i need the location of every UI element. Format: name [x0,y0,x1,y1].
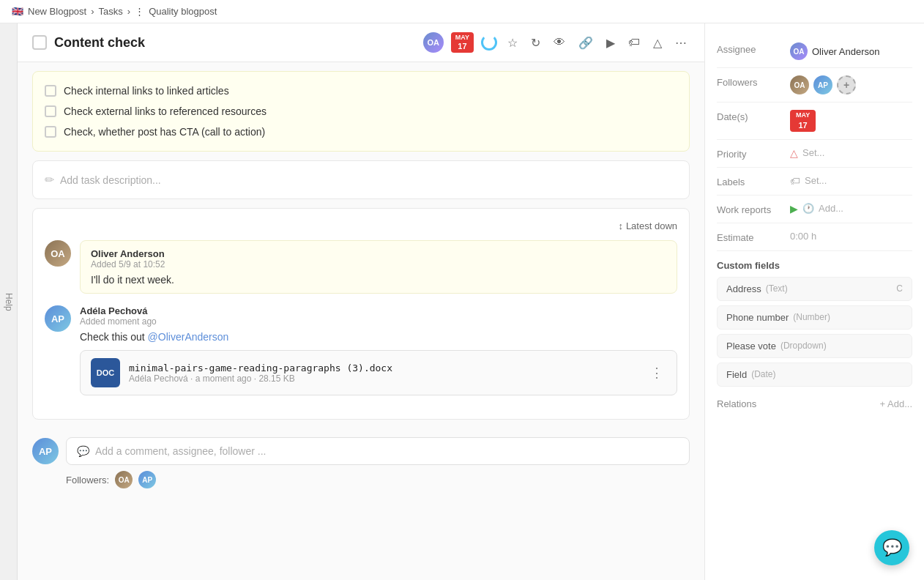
checklist-checkbox-1[interactable] [45,85,56,97]
add-follower-button[interactable]: + [837,75,856,94]
followers-value: OA AP + [790,75,912,94]
refresh-button[interactable]: ↻ [528,34,543,51]
add-comment-area: AP 💬 Add a comment, assignee, follower .… [18,428,704,500]
tag-button[interactable]: 🏷 [625,34,643,51]
page-title: Content check [54,35,416,51]
help-panel[interactable]: Help [0,23,18,580]
custom-field-name: Address [726,283,761,294]
task-checkbox[interactable] [32,35,47,50]
avatar: AP [45,305,71,332]
follower-avatar: OA [115,471,133,488]
assignee-row: Assignee OA Oliver Anderson [717,35,912,68]
fab-icon: 💬 [882,538,902,557]
date-badge: May 17 [790,110,816,132]
labels-icon: 🏷 [790,175,800,187]
status-circle [481,34,497,51]
comment-bubble: Adéla Pechová Added moment ago Check thi… [80,305,677,395]
follower-avatar: AP [138,471,156,488]
custom-field-shortcut: C [896,283,903,294]
custom-field-name: Phone number [726,312,789,323]
comment-item: OA Oliver Anderson Added 5/9 at 10:52 I'… [45,240,677,294]
custom-field-date[interactable]: Field (Date) [717,362,912,387]
comments-section: ↕ Latest down OA Oliver Anderson Added 5… [32,208,690,420]
checklist-checkbox-2[interactable] [45,105,56,117]
custom-field-type: (Dropdown) [780,341,827,351]
add-relation-button[interactable]: + Add... [880,398,912,409]
comment-author: Adéla Pechová [80,305,677,316]
sort-comments-button[interactable]: ↕ Latest down [618,220,677,231]
labels-label: Labels [717,175,783,187]
right-sidebar: Assignee OA Oliver Anderson Followers OA… [704,23,924,580]
breadcrumb-dots[interactable]: ⋮ [135,6,144,17]
comment-text: Check this out @OliverAnderson [80,331,677,343]
comments-header: ↕ Latest down [45,220,677,231]
follower-avatar: OA [790,75,809,94]
content-area: Content check OA May 17 ☆ ↻ 👁 🔗 ▶ 🏷 △ ⋯ [18,23,704,580]
breadcrumb-page[interactable]: Quality blogpost [149,6,217,17]
add-work-report-button[interactable]: Add... [819,203,843,214]
description-placeholder[interactable]: ✏ Add task description... [45,173,677,187]
breadcrumb-section[interactable]: Tasks [99,6,123,17]
checklist-item: Check internal links to linked articles [45,81,677,101]
file-meta: Adéla Pechová · a moment ago · 28.15 KB [129,373,638,384]
priority-placeholder: Set... [802,147,824,158]
play-icon[interactable]: ▶ [790,203,798,215]
priority-icon: △ [790,147,798,159]
comment-time: Added moment ago [80,316,677,327]
follower-avatar: AP [813,75,832,94]
comment-author: Oliver Anderson [91,248,666,259]
breadcrumb-sep2: › [127,6,130,17]
file-attachment: DOC minimal-pairs-game-reading-paragraph… [80,350,677,395]
custom-field-address[interactable]: Address (Text) C [717,277,912,301]
date-row: Date(s) May 17 [717,103,912,140]
priority-value[interactable]: △ Set... [790,147,912,159]
labels-row: Labels 🏷 Set... [717,168,912,196]
followers-row: Followers OA AP + [717,68,912,103]
header-actions: ☆ ↻ 👁 🔗 ▶ 🏷 △ ⋯ [504,34,690,51]
custom-field-type: (Number) [793,312,830,322]
work-reports-row: Work reports ▶ 🕐 Add... [717,196,912,223]
sort-label: Latest down [626,220,677,231]
comment-input[interactable]: 💬 Add a comment, assignee, follower ... [66,437,690,465]
comment-item: AP Adéla Pechová Added moment ago Check … [45,305,677,395]
assignee-label: Assignee [717,42,783,55]
checklist-item: Check external links to referenced resou… [45,101,677,122]
breadcrumb-project[interactable]: New Blogpost [28,6,86,17]
link-button[interactable]: 🔗 [575,34,596,51]
checklist-item-label: Check, whether post has CTA (call to act… [64,126,265,138]
estimate-row: Estimate 0:00 h [717,223,912,251]
play-button[interactable]: ▶ [603,34,618,51]
labels-placeholder: Set... [805,175,827,186]
checklist-checkbox-3[interactable] [45,126,56,138]
estimate-value[interactable]: 0:00 h [790,231,912,242]
clock-icon: 🕐 [802,203,814,214]
checklist-item: Check, whether post has CTA (call to act… [45,122,677,142]
description-section[interactable]: ✏ Add task description... [32,160,690,199]
estimate-text: 0:00 h [790,231,816,242]
custom-field-vote[interactable]: Please vote (Dropdown) [717,334,912,358]
custom-field-name: Please vote [726,341,776,352]
star-button[interactable]: ☆ [504,34,521,51]
priority-label: Priority [717,147,783,160]
file-info: minimal-pairs-game-reading-paragraphs (3… [129,362,638,384]
comment-time: Added 5/9 at 10:52 [91,259,666,269]
date-label: Date(s) [717,110,783,122]
labels-value[interactable]: 🏷 Set... [790,175,912,187]
add-comment-row: AP 💬 Add a comment, assignee, follower .… [32,437,690,465]
followers-row: Followers: OA AP [32,471,690,488]
file-more-button[interactable]: ⋮ [647,363,666,382]
avatar: OA [423,32,444,53]
relations-row: Relations + Add... [717,391,912,417]
file-icon: DOC [91,358,120,387]
custom-field-phone[interactable]: Phone number (Number) [717,305,912,330]
more-button[interactable]: ⋯ [672,34,690,51]
task-header: Content check OA May 17 ☆ ↻ 👁 🔗 ▶ 🏷 △ ⋯ [18,23,704,62]
avatar: AP [32,438,59,464]
eye-button[interactable]: 👁 [551,34,568,51]
date-value: May 17 [790,110,912,132]
alert-button[interactable]: △ [650,34,665,51]
chat-fab-button[interactable]: 💬 [874,530,909,565]
followers-label: Followers [717,75,783,88]
description-placeholder-text: Add task description... [60,174,161,186]
estimate-label: Estimate [717,231,783,243]
